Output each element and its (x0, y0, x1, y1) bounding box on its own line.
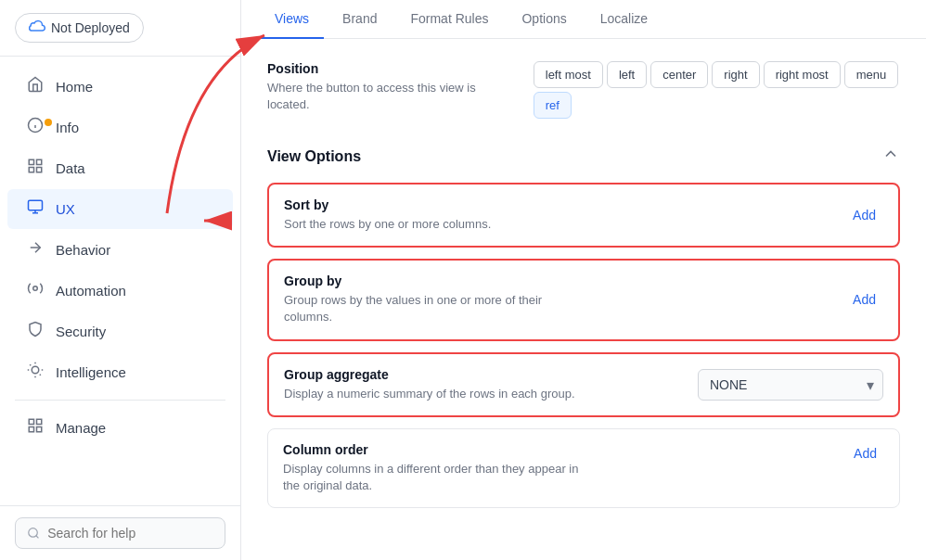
svg-rect-3 (29, 159, 33, 164)
group-aggregate-card: Group aggregate Display a numeric summar… (267, 352, 900, 417)
sidebar-item-security-label: Security (56, 324, 106, 339)
sidebar: Not Deployed Home Info (0, 0, 241, 560)
group-aggregate-select-wrapper: NONE SUM AVG COUNT MIN MAX (698, 369, 883, 401)
svg-line-23 (36, 536, 39, 539)
sidebar-item-data-label: Data (56, 160, 85, 176)
sort-by-card: Sort by Sort the rows by one or more col… (267, 183, 900, 248)
group-aggregate-desc: Display a numeric summary of the rows in… (284, 386, 575, 402)
svg-rect-21 (37, 427, 42, 432)
tab-views[interactable]: Views (260, 0, 324, 39)
tab-brand[interactable]: Brand (328, 0, 392, 39)
group-aggregate-title: Group aggregate (284, 367, 575, 382)
search-box (15, 517, 225, 549)
svg-point-11 (32, 366, 39, 374)
position-desc: Where the button to access this view is … (267, 80, 496, 113)
sidebar-item-manage-label: Manage (56, 420, 106, 436)
position-section: Position Where the button to access this… (267, 61, 900, 119)
sidebar-search-area (0, 505, 240, 560)
svg-line-14 (30, 364, 31, 365)
sidebar-item-home[interactable]: Home (7, 67, 233, 107)
not-deployed-button[interactable]: Not Deployed (15, 13, 144, 43)
view-options-title: View Options (267, 148, 361, 165)
intelligence-icon (26, 362, 45, 383)
sidebar-item-info[interactable]: Info (7, 108, 233, 147)
cloud-icon (29, 19, 45, 36)
search-input[interactable] (47, 526, 213, 541)
group-by-card: Group by Group rows by the values in one… (267, 259, 900, 340)
sidebar-item-automation[interactable]: Automation (7, 271, 233, 311)
pos-btn-menu[interactable]: menu (844, 61, 899, 88)
sort-by-title: Sort by (284, 197, 491, 212)
svg-rect-18 (29, 419, 33, 424)
pos-btn-center[interactable]: center (650, 61, 708, 88)
search-icon (27, 526, 40, 541)
group-by-title: Group by (284, 274, 581, 288)
sidebar-item-intelligence[interactable]: Intelligence (7, 352, 233, 392)
data-icon (26, 158, 45, 179)
automation-icon (26, 280, 45, 301)
svg-rect-20 (29, 427, 33, 432)
ux-icon (26, 198, 45, 220)
svg-line-15 (40, 375, 41, 375)
tab-format-rules[interactable]: Format Rules (395, 0, 503, 39)
view-options-collapse[interactable] (881, 145, 900, 168)
pos-btn-ref[interactable]: ref (534, 92, 572, 119)
svg-rect-7 (29, 200, 43, 210)
group-by-add-button[interactable]: Add (845, 288, 883, 311)
pos-btn-left[interactable]: left (607, 61, 647, 88)
sidebar-item-ux-label: UX (56, 201, 75, 217)
sidebar-header: Not Deployed (0, 0, 240, 57)
group-by-text: Group by Group rows by the values in one… (284, 274, 581, 325)
column-order-desc: Display columns in a different order tha… (283, 461, 580, 494)
behavior-icon (26, 239, 45, 261)
pos-btn-right-most[interactable]: right most (764, 61, 841, 88)
pos-btn-right[interactable]: right (712, 61, 759, 88)
view-options-header: View Options (267, 145, 900, 168)
svg-rect-19 (37, 419, 42, 424)
tabs-bar: Views Brand Format Rules Options Localiz… (241, 0, 926, 39)
security-icon (26, 321, 45, 342)
pos-btn-left-most[interactable]: left most (534, 61, 603, 88)
sidebar-item-automation-label: Automation (56, 283, 126, 299)
sort-by-add-button[interactable]: Add (845, 204, 883, 226)
sidebar-item-info-label: Info (56, 120, 79, 135)
home-icon (26, 76, 45, 97)
info-icon (26, 117, 45, 138)
column-order-text: Column order Display columns in a differ… (283, 442, 580, 494)
column-order-title: Column order (283, 442, 580, 457)
position-buttons: left most left center right right most m… (534, 61, 900, 119)
not-deployed-label: Not Deployed (51, 20, 130, 35)
svg-rect-5 (29, 168, 33, 172)
group-aggregate-select[interactable]: NONE SUM AVG COUNT MIN MAX (698, 369, 883, 401)
sidebar-item-behavior-label: Behavior (56, 242, 110, 258)
sort-by-text: Sort by Sort the rows by one or more col… (284, 197, 491, 233)
column-order-add-button[interactable]: Add (846, 442, 884, 465)
sidebar-item-intelligence-label: Intelligence (56, 364, 126, 380)
content-area: Position Where the button to access this… (241, 39, 926, 560)
sidebar-item-home-label: Home (56, 79, 93, 95)
position-label: Position Where the button to access this… (267, 61, 496, 113)
tab-localize[interactable]: Localize (585, 0, 662, 39)
svg-point-22 (29, 528, 37, 537)
manage-icon (26, 417, 45, 439)
group-by-desc: Group rows by the values in one or more … (284, 292, 581, 325)
sort-by-desc: Sort the rows by one or more columns. (284, 216, 491, 233)
sidebar-item-ux[interactable]: UX (7, 189, 233, 229)
main-content: Views Brand Format Rules Options Localiz… (241, 0, 926, 560)
info-dot (45, 119, 52, 126)
svg-rect-6 (37, 168, 42, 172)
sidebar-item-manage[interactable]: Manage (7, 408, 233, 448)
position-title: Position (267, 61, 496, 76)
group-aggregate-text: Group aggregate Display a numeric summar… (284, 367, 575, 402)
sidebar-item-behavior[interactable]: Behavior (7, 230, 233, 270)
sidebar-item-data[interactable]: Data (7, 148, 233, 188)
svg-rect-4 (37, 159, 42, 164)
sidebar-nav: Home Info Data U (0, 57, 240, 505)
tab-options[interactable]: Options (507, 0, 581, 39)
svg-point-10 (33, 286, 38, 291)
column-order-card: Column order Display columns in a differ… (267, 428, 900, 508)
sidebar-item-security[interactable]: Security (7, 312, 233, 351)
